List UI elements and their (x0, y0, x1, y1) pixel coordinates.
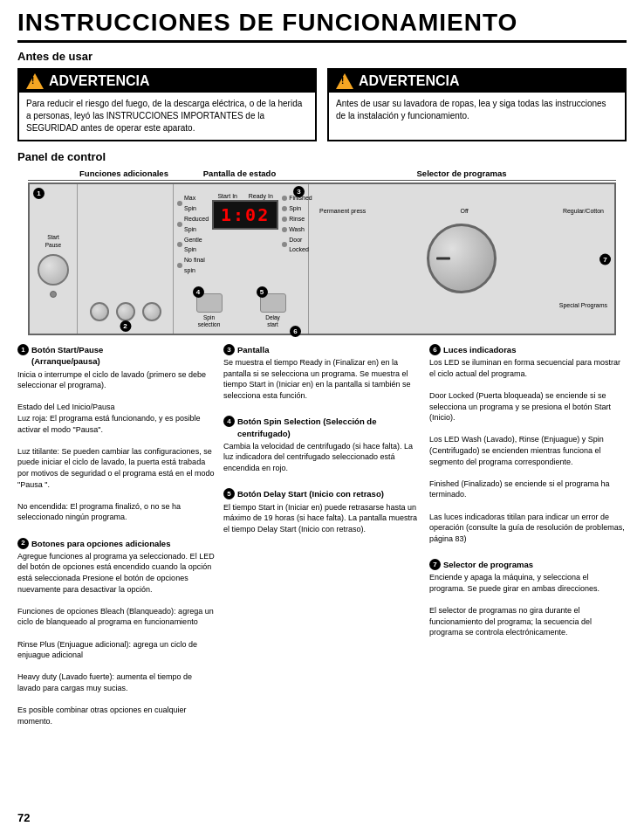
start-pause-label: Start Pause (45, 234, 61, 249)
off-label: Off (461, 208, 469, 214)
label-pantalla: Pantalla de estado (172, 169, 307, 178)
warning-body-2: Antes de usar su lavadora de ropas, lea … (329, 93, 625, 127)
desc-heading-6: 6 Luces indicadoras (429, 344, 627, 355)
page-number: 72 (17, 811, 30, 824)
label-funciones: Funciones adicionales (76, 169, 172, 178)
badge-6: 6 (290, 326, 301, 337)
panel-options: 2 (78, 184, 174, 334)
panel-section: Panel de control Funciones adicionales P… (17, 150, 627, 335)
warning-title-2: ADVERTENCIA (359, 73, 460, 89)
badge-5: 5 (257, 286, 268, 298)
panel-left: 1 Start Pause (30, 184, 78, 334)
desc-heading-1: 1 Botón Start/Pause (Arranque/pausa) (17, 344, 215, 368)
desc-col-2: 3 Pantalla Se muestra el tiempo Ready in… (223, 344, 421, 534)
spin-option-2: Reduced Spin (177, 214, 209, 235)
option-btn-2[interactable] (116, 302, 135, 321)
spin-options-list: Max Spin Reduced Spin Gentle Spin No fin… (177, 193, 209, 276)
badge-1: 1 (33, 188, 45, 199)
label-selector: Selector de programas (307, 169, 616, 178)
permanent-press-label: Permanent press (319, 208, 366, 214)
desc-heading-2: 2 Botones para opciones adicionales (17, 538, 215, 549)
desc-heading-7: 7 Selector de programas (429, 559, 627, 570)
warning-header-1: ! ADVERTENCIA (19, 70, 315, 93)
panel-diagram: 1 Start Pause 2 3 (28, 182, 616, 335)
badge-2: 2 (120, 320, 131, 332)
warning-box-1: ! ADVERTENCIA Para reducir el riesgo del… (17, 68, 317, 141)
warning-triangle-icon-2: ! (336, 73, 353, 89)
led-wash: Wash (282, 224, 312, 235)
warning-row: ! ADVERTENCIA Para reducir el riesgo del… (17, 68, 627, 141)
desc-col-3: 6 Luces indicadoras Los LED se iluminan … (429, 344, 627, 638)
badge-4: 4 (193, 286, 204, 298)
option-btn-1[interactable] (90, 302, 109, 321)
before-use-header: Antes de usar (17, 50, 627, 63)
desc-body-5: El tiempo Start in (Iniciar en) puede re… (223, 502, 421, 535)
start-pause-button[interactable] (38, 254, 69, 286)
page-title: INSTRUCCIONES DE FUNCIONAMIENTO (17, 9, 627, 43)
desc-heading-5: 5 Botón Delay Start (Inicio con retraso) (223, 488, 421, 499)
descriptions-section: 1 Botón Start/Pause (Arranque/pausa) Ini… (17, 344, 627, 726)
badge-3: 3 (293, 186, 305, 197)
warning-box-2: ! ADVERTENCIA Antes de usar su lavadora … (327, 68, 627, 141)
panel-status-area: 3 Max Spin Reduced Spin Gentle Spin (174, 184, 309, 334)
option-buttons-row (90, 302, 161, 321)
led-rinse: Rinse (282, 214, 312, 224)
spin-option-1: Max Spin (177, 193, 209, 214)
status-leds: Finished Spin Rinse Wash (282, 193, 312, 255)
status-bottom-buttons: Spinselection 4 Delaystart 5 6 (177, 293, 305, 328)
desc-body-3: Se muestra el tiempo Ready in (Finalizar… (223, 357, 421, 401)
warning-body-1: Para reducir el riesgo del fuego, de la … (19, 93, 315, 140)
desc-col-1: 1 Botón Start/Pause (Arranque/pausa) Ini… (17, 344, 215, 726)
spin-option-4: No final spin (177, 255, 209, 276)
desc-heading-4: 4 Botón Spin Selection (Selección de cen… (223, 416, 421, 439)
desc-body-7: Enciende y apaga la máquina, y seleccion… (429, 572, 627, 638)
delay-start-label: Delaystart (265, 314, 280, 328)
led-indicator (50, 291, 57, 298)
desc-body-2: Agregue funciones al programa ya selecci… (17, 551, 215, 727)
spin-option-3: Gentle Spin (177, 235, 209, 256)
badge-7: 7 (599, 253, 611, 265)
desc-body-1: Inicia o interrumpe el ciclo de lavado (… (17, 369, 215, 523)
desc-heading-3: 3 Pantalla (223, 344, 421, 355)
desc-body-4: Cambia la velocidad de centrifugado (si … (223, 441, 421, 474)
panel-labels-row: Funciones adicionales Pantalla de estado… (28, 169, 616, 181)
warning-triangle-icon-1: ! (26, 73, 44, 89)
time-display: 1:02 (212, 200, 278, 230)
panel-selector: Permanent press Off Regular/Cotton Speci… (309, 184, 614, 334)
ready-in-label: Ready In (249, 193, 273, 199)
selector-knob[interactable] (427, 224, 497, 293)
spin-selection-label: Spinselection (198, 314, 221, 328)
desc-grid: 1 Botón Start/Pause (Arranque/pausa) Ini… (17, 344, 627, 726)
led-spin: Spin (282, 203, 312, 214)
option-btn-3[interactable] (142, 302, 161, 321)
desc-body-6: Los LED se iluminan en forma secuencial … (429, 357, 627, 544)
panel-header: Panel de control (17, 150, 627, 163)
led-door-locked: Door Locked (282, 235, 312, 256)
special-programs-label: Special Programs (559, 301, 607, 309)
warning-header-2: ! ADVERTENCIA (329, 70, 625, 93)
regular-cotton-label: Regular/Cotton (563, 208, 604, 214)
start-in-label: Start In (217, 193, 237, 199)
warning-title-1: ADVERTENCIA (49, 73, 150, 89)
